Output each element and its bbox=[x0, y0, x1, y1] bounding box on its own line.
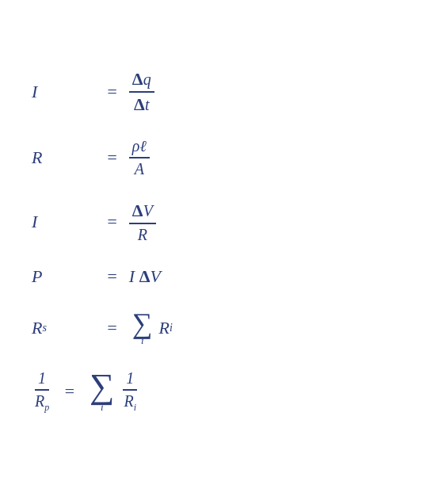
eq4-equals: = bbox=[106, 266, 118, 287]
eq1-equals: = bbox=[106, 82, 118, 102]
eq4-rhs-I: I bbox=[129, 266, 135, 287]
eq5-equals: = bbox=[106, 318, 118, 338]
eq5-rhs: ∑ i Ri bbox=[129, 309, 173, 347]
eq3-fraction: ΔV R bbox=[129, 200, 156, 244]
equation-series: Rs = ∑ i Ri bbox=[32, 309, 391, 347]
eq6-sigma-subscript: i bbox=[101, 401, 104, 414]
eq4-variable-P: P bbox=[32, 266, 42, 287]
eq4-rhs: I ΔV bbox=[129, 266, 161, 287]
equation-resistance: R = ρℓ A bbox=[32, 137, 391, 178]
eq1-variable-I: I bbox=[32, 82, 37, 102]
eq5-rhs-R: R bbox=[159, 318, 170, 338]
eq5-variable-R: R bbox=[32, 318, 42, 338]
eq5-subscript-s: s bbox=[42, 322, 46, 334]
eq2-denominator: A bbox=[131, 158, 147, 178]
equation-parallel: 1 Rp = ∑ i 1 Ri bbox=[32, 369, 391, 414]
eq6-equals: = bbox=[63, 381, 75, 402]
eq1-fraction: Δq Δt bbox=[129, 69, 154, 115]
eq6-rhs: ∑ i 1 Ri bbox=[86, 369, 139, 414]
eq6-sigma-symbol: ∑ bbox=[90, 369, 114, 404]
eq6-lhs-numerator: 1 bbox=[35, 369, 49, 391]
eq5-sigma-symbol: ∑ bbox=[132, 309, 153, 338]
eq4-delta: Δ bbox=[139, 266, 151, 287]
eq5-sigma-subscript: i bbox=[141, 334, 144, 347]
equations-container: I = Δq Δt R = ρℓ A I = ΔV R P = bbox=[32, 69, 391, 436]
eq1-numerator: Δq bbox=[129, 69, 154, 93]
equation-power: P = I ΔV bbox=[32, 266, 391, 287]
eq6-rhs-numerator: 1 bbox=[123, 369, 137, 391]
eq3-variable-I: I bbox=[32, 212, 37, 232]
eq6-rhs-denom-subscript: i bbox=[134, 402, 136, 413]
eq6-lhs-denominator: Rp bbox=[32, 391, 52, 414]
eq3-numerator: ΔV bbox=[129, 200, 156, 224]
eq6-rhs-denominator: Ri bbox=[120, 391, 139, 414]
eq5-rhs-subscript-i: i bbox=[170, 322, 173, 334]
equation-current: I = Δq Δt bbox=[32, 69, 391, 115]
eq2-numerator: ρℓ bbox=[129, 137, 150, 158]
eq2-variable-R: R bbox=[32, 147, 42, 168]
eq2-lhs: R bbox=[32, 147, 95, 168]
eq2-fraction: ρℓ A bbox=[129, 137, 150, 178]
eq4-rhs-V: V bbox=[150, 266, 160, 287]
eq5-sigma: ∑ i bbox=[132, 309, 153, 347]
equation-ohm: I = ΔV R bbox=[32, 200, 391, 244]
eq6-sigma: ∑ i bbox=[90, 369, 114, 414]
eq4-lhs: P bbox=[32, 266, 95, 287]
eq1-denominator: Δt bbox=[131, 93, 152, 115]
eq3-equals: = bbox=[106, 212, 118, 232]
eq6-lhs-wrapper: 1 Rp bbox=[32, 369, 52, 414]
eq6-lhs-denom-subscript: p bbox=[44, 402, 49, 413]
eq3-denominator: R bbox=[135, 224, 151, 244]
eq3-lhs: I bbox=[32, 212, 95, 232]
eq2-equals: = bbox=[106, 147, 118, 168]
eq1-lhs: I bbox=[32, 82, 95, 102]
eq6-rhs-fraction: 1 Ri bbox=[120, 369, 139, 414]
eq6-lhs-fraction: 1 Rp bbox=[32, 369, 52, 414]
eq5-lhs: Rs bbox=[32, 318, 95, 338]
